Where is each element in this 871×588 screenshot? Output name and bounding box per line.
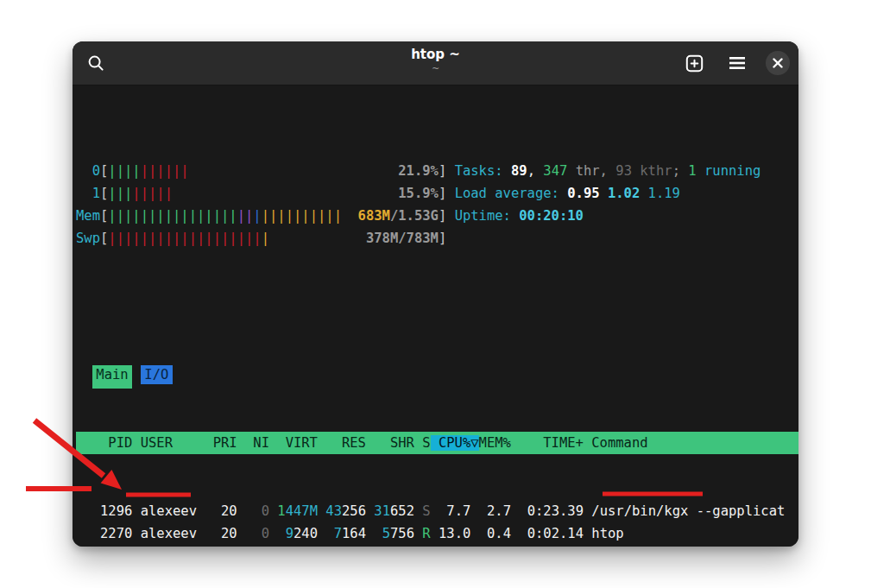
tab-io[interactable]: I/O <box>141 365 173 384</box>
stats-line-2: Uptime: 00:20:10 <box>455 208 584 224</box>
memory-label: Mem <box>76 208 100 224</box>
swap-meter: Swp[||||||||||||||||||||378M/783M] <box>76 227 798 250</box>
search-icon <box>87 54 104 72</box>
stats-line-1: Load average: 0.95 1.02 1.19 <box>455 186 680 201</box>
new-tab-button[interactable] <box>679 48 709 78</box>
htop-screen: 0[||||||||||21.9%] Tasks: 89, 347 thr, 9… <box>73 85 798 547</box>
stats-line-0: Tasks: 89, 347 thr, 93 kthr; 1 running <box>455 163 761 179</box>
screenshot-root: { "window": { "title": "htop ~", "subtit… <box>0 0 871 588</box>
swap-label: Swp <box>76 231 100 246</box>
process-row-pid-1296[interactable]: 1296 alexeev 20 0 1447M 43256 31652 S 7.… <box>76 500 798 522</box>
process-table-header[interactable]: PID USER PRI NI VIRT RES SHR S CPU%▽MEM%… <box>76 432 798 454</box>
cpu-1-meter: 1[||||||||15.9%] Load average: 0.95 1.02… <box>76 182 798 205</box>
tab-main[interactable]: Main <box>92 365 133 384</box>
memory-bar: |||||||||||||||||||||||||||||683M/1.53G <box>108 205 439 227</box>
memory-value: 683M/1.53G <box>358 205 439 227</box>
search-button[interactable] <box>81 48 110 78</box>
memory-meter: Mem[|||||||||||||||||||||||||||||683M/1.… <box>76 205 798 227</box>
hamburger-menu-icon <box>729 57 745 69</box>
blank-line <box>76 295 798 318</box>
cpu-1-value: 15.9% <box>398 182 439 205</box>
menu-button[interactable] <box>723 48 752 78</box>
cpu-0-meter: 0[||||||||||21.9%] Tasks: 89, 347 thr, 9… <box>76 160 798 182</box>
cpu-0-bar: ||||||||||21.9% <box>108 160 439 182</box>
close-icon <box>773 58 783 68</box>
swap-bar: ||||||||||||||||||||378M/783M <box>108 227 439 250</box>
cpu-0-value: 21.9% <box>398 160 439 182</box>
swap-value: 378M/783M <box>366 227 439 250</box>
process-row-pid-1005[interactable]: 1005 alexeev 20 0 3695M 92236 46592 S 2.… <box>76 546 798 547</box>
terminal-window: htop ~ ~ <box>73 41 798 547</box>
process-row-pid-2270[interactable]: 2270 alexeev 20 0 9240 7164 5756 R 13.0 … <box>76 522 798 545</box>
titlebar: htop ~ ~ <box>73 41 798 85</box>
meters-and-stats: 0[||||||||||21.9%] Tasks: 89, 347 thr, 9… <box>76 160 798 250</box>
cpu-1-bar: ||||||||15.9% <box>108 182 439 205</box>
process-table: 1296 alexeev 20 0 1447M 43256 31652 S 7.… <box>76 500 798 547</box>
close-button[interactable] <box>766 51 790 75</box>
titlebar-actions <box>679 41 790 85</box>
new-tab-icon <box>685 54 704 73</box>
cpu-0-label: 0 <box>76 163 100 179</box>
screen-tabs: MainI/O <box>76 364 798 386</box>
cpu-1-label: 1 <box>76 186 100 201</box>
